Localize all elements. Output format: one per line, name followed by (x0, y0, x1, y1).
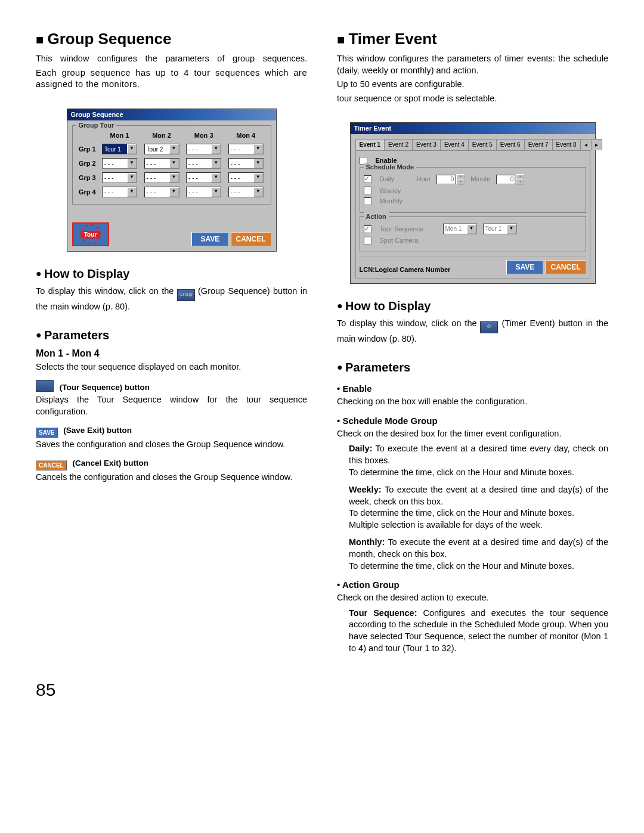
tab-event1[interactable]: Event 1 (355, 139, 385, 150)
param-action-text: Check on the desired action to execute. (337, 592, 608, 604)
chevron-down-icon[interactable]: ▼ (169, 173, 179, 182)
grp4-mon4-combo[interactable]: - - -▼ (228, 187, 264, 197)
chevron-down-icon[interactable]: ▼ (127, 173, 137, 182)
te-intro-1: This window configures the parameters of… (337, 53, 608, 76)
chevron-down-icon[interactable]: ▼ (211, 187, 221, 197)
group-sequence-window: Group Sequence Group Tour Mon 1 Mon 2 Mo… (67, 109, 277, 252)
chevron-down-icon[interactable]: ▼ (211, 173, 221, 182)
tourseq-label: Tour Sequence (380, 225, 437, 234)
te-intro-2: Up to 50 events are configurable. (337, 79, 608, 91)
col-mon3: Mon 3 (182, 131, 225, 143)
grp1-mon4-combo[interactable]: - - -▼ (228, 144, 264, 154)
up-icon: ▴ (516, 174, 524, 179)
left-column: Group Sequence This window configures th… (36, 29, 307, 660)
monthly-checkbox[interactable] (364, 197, 371, 205)
chevron-down-icon[interactable]: ▼ (253, 187, 263, 197)
sched-weekly: Weekly: To execute the event at a desire… (349, 484, 608, 531)
gs-params-heading: Parameters (36, 327, 307, 343)
param-enable-heading: Enable (337, 383, 608, 395)
tab-scroll-left[interactable]: ◂ (580, 139, 592, 150)
col-mon1: Mon 1 (98, 131, 141, 143)
chevron-down-icon[interactable]: ▼ (169, 159, 179, 168)
action-legend: Action (364, 212, 389, 221)
timer-event-heading: Timer Event (337, 29, 608, 49)
chevron-down-icon[interactable]: ▼ (253, 159, 263, 168)
te-intro-3: tour sequence or spot mode is selectable… (337, 93, 608, 105)
daily-label: Daily (380, 175, 411, 184)
schedule-mode-legend: Schedule Mode (364, 163, 417, 172)
grp3-mon2-combo[interactable]: - - -▼ (144, 172, 179, 183)
timer-event-window: Timer Event Event 1 Event 2 Event 3 Even… (350, 122, 596, 284)
weekly-checkbox[interactable] (364, 187, 371, 194)
grp4-mon3-combo[interactable]: - - -▼ (186, 187, 221, 197)
col-mon2: Mon 2 (141, 131, 183, 143)
grp2-mon1-combo[interactable]: - - -▼ (102, 158, 137, 169)
tourseq-checkbox[interactable] (364, 225, 371, 233)
gs-intro-2: Each group sequence has up to 4 tour seq… (36, 67, 307, 91)
param-tourbtn-text: Displays the Tour Sequence window for th… (36, 394, 307, 417)
tab-event8[interactable]: Event 8 (552, 139, 581, 150)
hour-spinner[interactable]: 0▴▾ (436, 174, 465, 185)
param-action-heading: Action Group (337, 579, 608, 591)
tab-event3[interactable]: Event 3 (412, 139, 441, 150)
chevron-down-icon[interactable]: ▼ (253, 173, 263, 182)
minute-label: Minute (470, 175, 490, 184)
cancel-button[interactable]: CANCEL (231, 232, 271, 246)
spot-checkbox[interactable] (364, 237, 371, 244)
te-save-button[interactable]: SAVE (506, 260, 543, 274)
action-box: Action Tour Sequence Mon 1▼ Tour 1▼ Spot… (360, 216, 586, 252)
tab-event4[interactable]: Event 4 (440, 139, 469, 150)
grp1-mon1-combo[interactable]: Tour 1▼ (102, 144, 137, 154)
row-grp1: Grp 1 (76, 142, 99, 156)
tab-event7[interactable]: Event 7 (524, 139, 553, 150)
row-grp3: Grp 3 (76, 171, 99, 185)
param-cancel-text: Cancels the configuration and closes the… (36, 472, 307, 484)
grp2-mon2-combo[interactable]: - - -▼ (144, 158, 179, 169)
grp3-mon1-combo[interactable]: - - -▼ (102, 172, 137, 183)
grp2-mon3-combo[interactable]: - - -▼ (186, 158, 221, 169)
down-icon: ▾ (456, 179, 465, 185)
chevron-down-icon[interactable]: ▼ (211, 144, 221, 154)
timer-event-icon: ⏱ (480, 321, 498, 333)
chevron-down-icon[interactable]: ▼ (211, 159, 221, 168)
tour-sequence-icon (36, 380, 54, 392)
grp1-mon2-combo[interactable]: Tour 2▼ (144, 144, 179, 154)
grp3-mon3-combo[interactable]: - - -▼ (186, 172, 221, 183)
chevron-down-icon[interactable]: ▼ (169, 187, 179, 197)
chevron-down-icon: ▼ (467, 224, 476, 234)
daily-checkbox[interactable] (364, 175, 371, 183)
grp1-mon3-combo[interactable]: - - -▼ (186, 144, 221, 154)
chevron-down-icon[interactable]: ▼ (127, 187, 137, 197)
row-grp4: Grp 4 (76, 185, 99, 199)
save-button[interactable]: SAVE (191, 232, 228, 246)
tab-event5[interactable]: Event 5 (468, 139, 497, 150)
col-mon4: Mon 4 (225, 131, 267, 143)
grp3-mon4-combo[interactable]: - - -▼ (228, 172, 264, 183)
te-cancel-button[interactable]: CANCEL (546, 260, 586, 274)
tab-scroll-right[interactable]: ▸ (591, 139, 602, 150)
chevron-down-icon[interactable]: ▼ (127, 144, 137, 154)
grp4-mon1-combo[interactable]: - - -▼ (102, 187, 137, 197)
grp2-mon4-combo[interactable]: - - -▼ (228, 158, 264, 169)
tab-event6[interactable]: Event 6 (496, 139, 525, 150)
up-icon: ▴ (456, 174, 465, 179)
grp4-mon2-combo[interactable]: - - -▼ (144, 187, 179, 197)
param-mon-heading: Mon 1 - Mon 4 (36, 347, 307, 360)
chevron-down-icon[interactable]: ▼ (169, 144, 179, 154)
gs-window-title: Group Sequence (67, 109, 276, 120)
tab-event2[interactable]: Event 2 (384, 139, 413, 150)
te-window-title: Timer Event (351, 123, 595, 134)
chevron-down-icon[interactable]: ▼ (127, 159, 137, 168)
cancel-mini-icon: CANCEL (36, 460, 67, 471)
tour-button[interactable]: Tour (72, 222, 109, 246)
gs-howto-text: To display this window, click on the Gro… (36, 286, 307, 313)
chevron-down-icon[interactable]: ▼ (253, 144, 263, 154)
param-sched-heading: Schedule Mode Group (337, 415, 608, 427)
group-tour-box: Group Tour Mon 1 Mon 2 Mon 3 Mon 4 Grp 1… (72, 125, 271, 205)
action-mon-combo[interactable]: Mon 1▼ (443, 224, 477, 234)
action-tour-combo[interactable]: Tour 1▼ (483, 224, 517, 234)
tour-cycle-icon (80, 224, 101, 244)
page-number: 85 (0, 672, 644, 726)
minute-spinner[interactable]: 0▴▾ (496, 174, 524, 185)
param-save-heading: SAVE (Save Exit) button (36, 425, 307, 438)
